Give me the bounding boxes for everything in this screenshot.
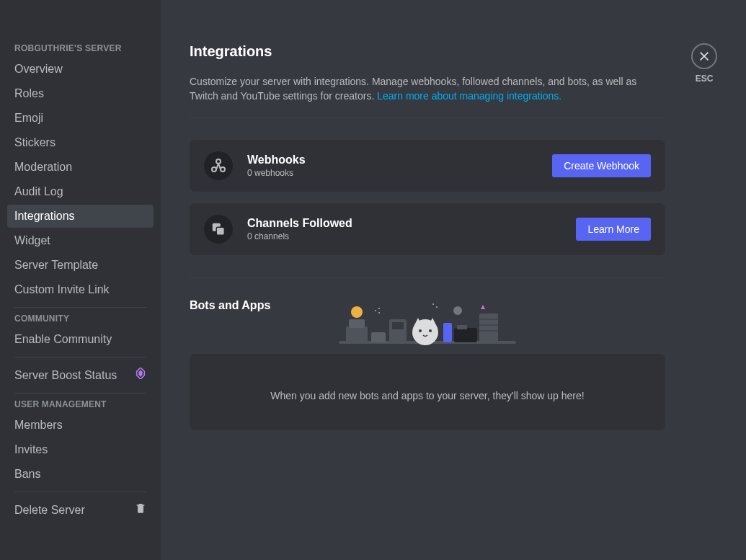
main-content: ESC Integrations Customize your server w… [161, 0, 746, 560]
sidebar-item-label: Moderation [14, 160, 72, 174]
svg-rect-9 [371, 332, 386, 342]
page-title: Integrations [190, 43, 665, 60]
svg-point-8 [351, 306, 363, 318]
svg-rect-6 [346, 326, 368, 342]
card-subtitle: 0 webhooks [247, 168, 552, 178]
sidebar-divider [14, 307, 146, 308]
svg-point-0 [212, 167, 216, 172]
sidebar-item-label: Integrations [14, 209, 75, 223]
trash-icon [135, 502, 146, 517]
sidebar-divider [14, 357, 146, 357]
card-title: Webhooks [247, 154, 552, 166]
sidebar-divider [14, 393, 146, 394]
svg-rect-11 [392, 322, 404, 329]
sidebar-item-integrations[interactable]: Integrations [7, 205, 154, 228]
sidebar-section-header: USER MANAGEMENT [7, 399, 154, 414]
sidebar-divider [14, 492, 146, 492]
svg-rect-17 [457, 325, 467, 329]
card-subtitle: 0 channels [247, 231, 576, 241]
webhooks-card: Webhooks0 webhooksCreate Webhook [190, 140, 665, 192]
sidebar-item-widget[interactable]: Widget [7, 229, 154, 252]
sidebar-section-header: COMMUNITY [7, 314, 154, 328]
bots-empty-card: When you add new bots and apps to your s… [190, 354, 665, 430]
svg-rect-7 [349, 319, 365, 328]
sidebar-item-overview[interactable]: Overview [7, 58, 154, 81]
sidebar-item-server-boost-status[interactable]: Server Boost Status [7, 363, 154, 387]
sidebar-section-header: ROBGUTHRIE'S SERVER [7, 43, 154, 58]
webhook-icon [204, 151, 233, 180]
bots-illustration [339, 298, 516, 354]
sidebar-item-roles[interactable]: Roles [7, 82, 154, 105]
create-webhook-button[interactable]: Create Webhook [552, 154, 651, 177]
channels-icon [204, 215, 233, 244]
learn-more-button[interactable]: Learn More [576, 218, 651, 241]
sidebar-item-audit-log[interactable]: Audit Log [7, 180, 154, 203]
svg-rect-4 [216, 227, 224, 235]
close-button[interactable]: ESC [691, 43, 717, 84]
sidebar-item-custom-invite-link[interactable]: Custom Invite Link [7, 278, 154, 301]
sidebar-item-label: Overview [14, 62, 63, 76]
sidebar-item-label: Roles [14, 86, 44, 101]
sidebar-item-label: Server Template [14, 258, 98, 272]
sidebar-item-label: Invites [14, 443, 48, 457]
sidebar-item-invites[interactable]: Invites [7, 438, 154, 461]
sidebar-item-label: Custom Invite Link [14, 283, 110, 297]
sidebar-item-enable-community[interactable]: Enable Community [7, 328, 154, 351]
sidebar-item-members[interactable]: Members [7, 414, 154, 437]
page-description: Customize your server with integrations.… [190, 74, 665, 103]
channels-followed-card: Channels Followed0 channelsLearn More [190, 203, 665, 255]
sidebar-item-label: Stickers [14, 135, 55, 150]
close-label: ESC [696, 74, 714, 84]
learn-more-link[interactable]: Learn more about managing integrations. [377, 90, 561, 102]
sidebar-item-label: Audit Log [14, 185, 63, 199]
svg-point-14 [429, 329, 432, 332]
card-title: Channels Followed [247, 217, 576, 230]
settings-sidebar: ROBGUTHRIE'S SERVEROverviewRolesEmojiSti… [0, 0, 161, 560]
svg-rect-18 [479, 314, 498, 342]
svg-point-13 [419, 329, 422, 332]
divider [190, 117, 665, 118]
sidebar-item-label: Members [14, 418, 63, 432]
divider [190, 277, 665, 277]
sidebar-item-label: Bans [14, 467, 40, 481]
svg-point-2 [216, 159, 221, 164]
sidebar-item-bans[interactable]: Bans [7, 463, 154, 486]
close-icon [691, 43, 717, 69]
bots-empty-text: When you add new bots and apps to your s… [204, 390, 651, 401]
svg-point-22 [453, 306, 462, 315]
svg-rect-15 [443, 323, 452, 342]
sidebar-item-label: Emoji [14, 111, 43, 125]
sidebar-item-label: Widget [14, 234, 50, 248]
sidebar-item-delete-server[interactable]: Delete Server [7, 498, 154, 522]
sidebar-item-moderation[interactable]: Moderation [7, 156, 154, 179]
sidebar-item-label: Server Boost Status [14, 368, 117, 383]
boost-icon [135, 368, 146, 383]
sidebar-item-stickers[interactable]: Stickers [7, 131, 154, 154]
sidebar-item-server-template[interactable]: Server Template [7, 254, 154, 277]
sidebar-item-label: Enable Community [14, 332, 112, 347]
sidebar-item-emoji[interactable]: Emoji [7, 107, 154, 130]
svg-rect-16 [454, 328, 477, 342]
svg-point-1 [221, 167, 225, 172]
sidebar-item-label: Delete Server [14, 503, 85, 517]
